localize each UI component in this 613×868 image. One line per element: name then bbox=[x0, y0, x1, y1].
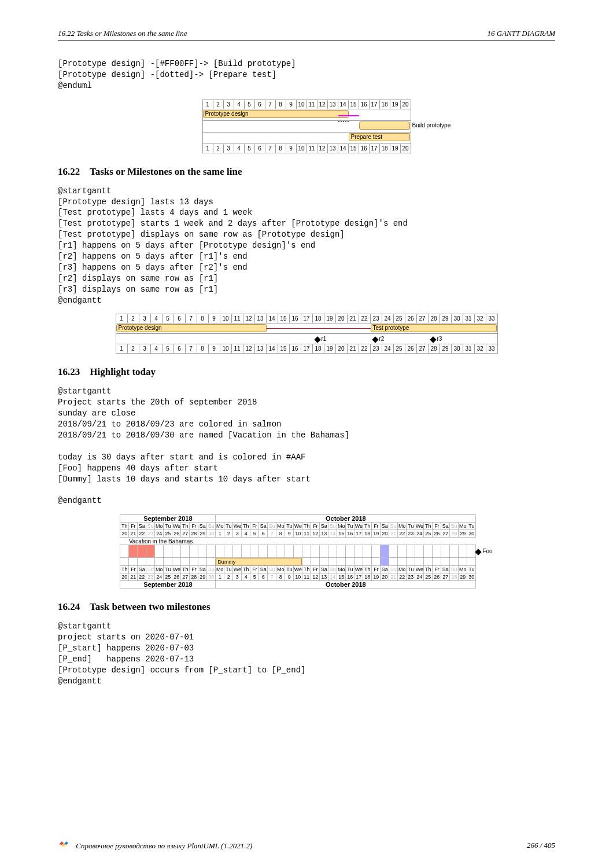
header-right: 16 GANTT DIAGRAM bbox=[488, 29, 555, 38]
code-block-24: @startgantt project starts on 2020-07-01… bbox=[58, 621, 555, 686]
header-left: 16.22 Tasks or Milestones on the same li… bbox=[58, 29, 187, 38]
gantt-diagram-calendar: September 2018October 2018ThFrSaSuMoTuWe… bbox=[58, 514, 555, 589]
section-heading-16-22: 16.22 Tasks or Milestones on the same li… bbox=[58, 166, 555, 178]
page-header: 16.22 Tasks or Milestones on the same li… bbox=[58, 29, 555, 41]
code-block-22: @startgantt [Prototype design] lasts 13 … bbox=[58, 186, 555, 306]
gantt-diagram-1: 1234567891011121314151617181920Prototype… bbox=[58, 100, 555, 153]
section-heading-16-23: 16.23 Highlight today bbox=[58, 366, 555, 378]
section-heading-16-24: 16.24 Task between two milestones bbox=[58, 601, 555, 613]
gantt-diagram-2: 1234567891011121314151617181920212223242… bbox=[58, 314, 555, 354]
code-block-intro: [Prototype design] -[#FF00FF]-> [Build p… bbox=[58, 58, 555, 91]
code-block-23: @startgantt Project starts the 20th of s… bbox=[58, 386, 555, 506]
